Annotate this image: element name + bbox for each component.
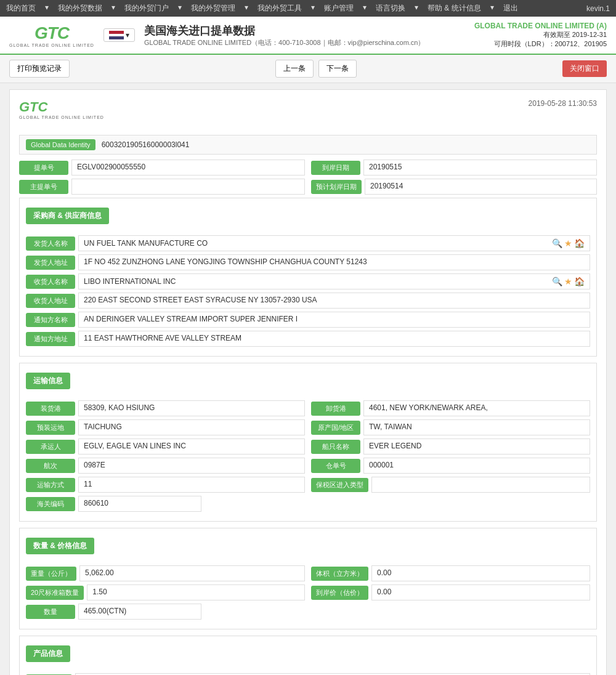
customs-code-label: 海关编码 <box>26 497 75 511</box>
shipper-star-icon[interactable]: ★ <box>564 238 572 248</box>
flag-selector[interactable]: ▾ <box>103 28 135 42</box>
nav-tools[interactable]: 我的外贸工具 <box>257 3 302 14</box>
unloading-port-value: 4601, NEW YORK/NEWARK AREA, <box>363 400 590 416</box>
logo-subtitle: GLOBAL TRADE ONLINE LIMITED <box>9 43 94 47</box>
nav-dropdown-arrow6: ▾ <box>363 3 367 14</box>
company-name: GLOBAL TRADE ONLINE LIMITED (A) <box>474 22 607 30</box>
consignee-search-icon[interactable]: 🔍 <box>552 277 562 286</box>
doc-logo-container: GTC GLOBAL TRADE ONLINE LIMITED <box>19 99 104 119</box>
nav-dropdown-arrow2: ▾ <box>111 3 115 14</box>
quantity-value: 465.00(CTN) <box>78 604 201 620</box>
volume-value: 0.00 <box>371 565 590 581</box>
consignee-name-row: 收货人名称 LIBO INTERNATIONAL INC 🔍 ★ 🏠 <box>26 273 590 289</box>
close-button[interactable]: 关闭窗口 <box>562 60 607 77</box>
consignee-name-value: LIBO INTERNATIONAL INC <box>84 277 549 286</box>
vessel-name-field: 船只名称 EVER LEGEND <box>311 439 590 455</box>
notify-name-row: 通知方名称 AN DERINGER VALLEY STREAM IMPORT S… <box>26 312 590 328</box>
nav-dropdown-arrow5: ▾ <box>311 3 315 14</box>
carrier-field: 承运人 EGLV, EAGLE VAN LINES INC <box>26 439 305 455</box>
document-header: GTC GLOBAL TRADE ONLINE LIMITED 2019-05-… <box>19 99 597 126</box>
toolbar-top: 打印预览记录 上一条 下一条 关闭窗口 <box>0 55 616 83</box>
shipper-home-icon[interactable]: 🏠 <box>574 238 585 248</box>
nav-portal[interactable]: 我的外贸门户 <box>124 3 169 14</box>
notify-addr-value: 11 EAST HAWTHORNE AVE VALLEY STREAM <box>78 331 590 347</box>
page-title-section: 美国海关进口提单数据 GLOBAL TRADE ONLINE LIMITED（电… <box>144 23 425 47</box>
origin-country-value: TW, TAIWAN <box>363 419 590 435</box>
shipper-name-value-container: UN FUEL TANK MANUFACTURE CO 🔍 ★ 🏠 <box>78 235 590 251</box>
containers-20-label: 20尺标准箱数量 <box>26 586 84 600</box>
gdi-value: 600320190516000003l041 <box>102 140 190 149</box>
next-button[interactable]: 下一条 <box>318 60 357 78</box>
weight-value: 5,062.00 <box>79 565 305 581</box>
bill-no-label: 提单号 <box>19 161 68 175</box>
nav-logout[interactable]: 退出 <box>503 3 518 14</box>
nav-trade-data[interactable]: 我的外贸数据 <box>58 3 102 14</box>
transport-section-title-row: 运输信息 <box>26 370 590 395</box>
warehouse-field: 仓单号 000001 <box>311 458 590 474</box>
consignee-name-value-container: LIBO INTERNATIONAL INC 🔍 ★ 🏠 <box>78 273 590 289</box>
nav-dropdown-arrow7: ▾ <box>415 3 418 14</box>
toolbar-left: 打印预览记录 <box>9 60 70 78</box>
page-subtitle: GLOBAL TRADE ONLINE LIMITED（电话：400-710-3… <box>144 38 425 47</box>
main-bill-field: 主提单号 <box>19 179 305 195</box>
flag-dropdown-arrow: ▾ <box>126 31 129 39</box>
nav-home[interactable]: 我的首页 <box>6 3 36 14</box>
voyage-value: 0987E <box>78 458 305 474</box>
print-button[interactable]: 打印预览记录 <box>9 60 70 78</box>
shipper-section-header: 采购商 & 供应商信息 <box>26 208 109 224</box>
arrival-date-field: 到岸日期 20190515 <box>311 160 597 176</box>
quantity-section: 数量 & 价格信息 重量（公斤） 5,062.00 体积（立方米） 0.00 2… <box>19 528 597 629</box>
nav-help[interactable]: 帮助 & 统计信息 <box>428 3 481 14</box>
quantity-label: 数量 <box>26 605 75 619</box>
nav-account[interactable]: 账户管理 <box>324 3 354 14</box>
nav-dropdown-arrow4: ▾ <box>245 3 248 14</box>
consignee-addr-label: 收货人地址 <box>26 294 75 308</box>
main-bill-estimated-row: 主提单号 预计划岸日期 20190514 <box>19 179 597 195</box>
bonded-zone-field: 保税区进入类型 <box>311 477 590 493</box>
main-bill-value <box>71 179 305 195</box>
gdi-label: Global Data Identity <box>26 139 95 150</box>
pre-transport-field: 预装运地 TAICHUNG <box>26 419 305 435</box>
valid-until: 有效期至 2019-12-31 <box>474 30 607 39</box>
prev-button[interactable]: 上一条 <box>275 60 314 78</box>
weight-label: 重量（公斤） <box>26 567 76 581</box>
containers-price-row: 20尺标准箱数量 1.50 到岸价（估价） 0.00 <box>26 584 590 600</box>
consignee-home-icon[interactable]: 🏠 <box>574 277 585 286</box>
warehouse-value: 000001 <box>363 458 590 474</box>
shipper-section-title-row: 采购商 & 供应商信息 <box>26 204 590 230</box>
arrival-date-value: 20190515 <box>363 160 597 176</box>
nav-management[interactable]: 我的外贸管理 <box>191 3 235 14</box>
nav-dropdown-arrow: ▾ <box>45 3 49 14</box>
transport-method-field: 运输方式 11 <box>26 477 305 493</box>
shipper-section: 采购商 & 供应商信息 发货人名称 UN FUEL TANK MANUFACTU… <box>19 198 597 357</box>
estimated-arrival-value: 20190514 <box>365 179 597 195</box>
shipper-addr-row: 发货人地址 1F NO 452 ZUNZHONG LANE YONGJING T… <box>26 254 590 270</box>
top-navigation: 我的首页 ▾ 我的外贸数据 ▾ 我的外贸门户 ▾ 我的外贸管理 ▾ 我的外贸工具… <box>0 0 616 17</box>
logo: GTC GLOBAL TRADE ONLINE LIMITED <box>9 23 94 47</box>
shipper-addr-value: 1F NO 452 ZUNZHONG LANE YONGJING TOWNSHI… <box>78 254 590 270</box>
containers-20-field: 20尺标准箱数量 1.50 <box>26 584 305 600</box>
product-section: 产品信息 集装箱编号 TCNU2706115（CN / L / HH） 集装箱尺… <box>19 636 597 675</box>
arrival-price-label: 到岸价（估价） <box>311 586 368 600</box>
warehouse-label: 仓单号 <box>311 459 360 473</box>
arrival-date-label: 到岸日期 <box>311 161 360 175</box>
main-bill-label: 主提单号 <box>19 180 68 194</box>
shipper-name-row: 发货人名称 UN FUEL TANK MANUFACTURE CO 🔍 ★ 🏠 <box>26 235 590 251</box>
toolbar-middle: 上一条 下一条 <box>275 60 357 78</box>
shipper-search-icon[interactable]: 🔍 <box>552 238 562 248</box>
ldr-info: 可用时段（LDR）：200712、201905 <box>474 39 607 49</box>
shipper-name-label: 发货人名称 <box>26 236 75 251</box>
transport-method-label: 运输方式 <box>26 478 75 492</box>
document-content: GTC GLOBAL TRADE ONLINE LIMITED 2019-05-… <box>9 89 607 675</box>
nav-language[interactable]: 语言切换 <box>376 3 405 14</box>
arrival-price-field: 到岸价（估价） 0.00 <box>311 584 590 600</box>
quantity-row: 数量 465.00(CTN) <box>26 604 590 620</box>
vessel-name-label: 船只名称 <box>311 440 360 454</box>
weight-field: 重量（公斤） 5,062.00 <box>26 565 305 581</box>
consignee-addr-value: 220 EAST SECOND STREET EAST SYRACUSE NY … <box>78 293 590 309</box>
containers-20-value: 1.50 <box>87 584 305 600</box>
consignee-star-icon[interactable]: ★ <box>564 277 572 286</box>
carrier-value: EGLV, EAGLE VAN LINES INC <box>78 439 305 455</box>
bonded-zone-label: 保税区进入类型 <box>311 478 368 492</box>
page-header: GTC GLOBAL TRADE ONLINE LIMITED ▾ 美国海关进口… <box>0 17 616 55</box>
